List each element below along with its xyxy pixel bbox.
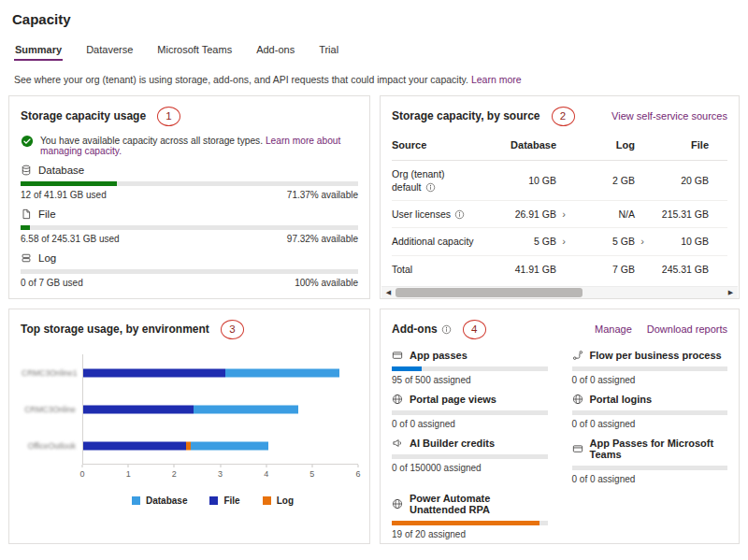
chart-x-axis: 0123456 [82, 465, 358, 481]
by-source-header: Storage capacity, by source 2 View self-… [392, 106, 727, 126]
x-tick-label: 4 [264, 469, 268, 479]
storage-meter: File6.58 of 245.31 GB used97.32% availab… [21, 208, 358, 244]
tab-microsoft-teams[interactable]: Microsoft Teams [156, 42, 233, 62]
checkmark-icon [21, 135, 34, 148]
storage-meters: Database12 of 41.91 GB used71.37% availa… [21, 165, 358, 288]
view-self-service-sources-link[interactable]: View self-service sources [611, 110, 727, 122]
database-cell: 26.91 GB› [474, 208, 571, 220]
source-table-row: Org (tenant) default10 GB2 GB20 GB [392, 161, 727, 201]
x-tick: 2 [172, 465, 177, 479]
download-reports-link[interactable]: Download reports [647, 323, 727, 335]
chevron-right-icon[interactable]: › [635, 237, 650, 247]
x-tick: 3 [218, 465, 223, 479]
log-cell: 2 GB [571, 175, 650, 186]
addon-label: Portal logins [572, 394, 728, 405]
addon-assigned-text: 0 of 0 assigned [572, 375, 728, 385]
addon-progress-fill [392, 366, 422, 371]
info-icon[interactable] [441, 324, 452, 335]
addon-progress-track [572, 466, 728, 470]
column-header-log: Log [571, 139, 650, 151]
scroll-right-arrow-icon[interactable]: ▶ [724, 287, 738, 298]
x-tick-mark [266, 465, 266, 467]
addon-name: Portal logins [590, 394, 653, 405]
annotation-callout-3: 3 [221, 320, 244, 339]
chevron-right-icon[interactable]: › [556, 209, 571, 220]
legend-swatch [132, 496, 140, 505]
x-tick-mark [311, 465, 312, 467]
database-icon [21, 165, 32, 176]
source-table: SourceDatabaseLogFileOrg (tenant) defaul… [392, 134, 727, 282]
log-value: 7 GB [612, 264, 635, 275]
log-cell: N/A [571, 208, 650, 220]
addon-item: Portal logins0 of 0 assigned [572, 394, 728, 429]
by-source-title: Storage capacity, by source [392, 109, 540, 122]
addon-label: App Passes for Microsoft Teams [572, 438, 728, 460]
source-cell: User licenses [392, 208, 474, 221]
meter-name: Log [38, 252, 56, 264]
addon-item: App Passes for Microsoft Teams0 of 0 ass… [572, 438, 728, 484]
tab-dataverse[interactable]: Dataverse [85, 42, 134, 62]
meter-name: File [38, 208, 56, 220]
annotation-callout-1: 1 [157, 107, 180, 126]
x-tick-label: 5 [309, 469, 314, 479]
legend-swatch [209, 496, 218, 505]
storage-usage-title: Storage capacity usage [21, 109, 146, 122]
meter-used-text: 12 of 41.91 GB used [21, 190, 107, 200]
scrollbar-track[interactable] [396, 287, 724, 298]
x-tick: 4 [264, 465, 268, 479]
meter-label: Log [21, 252, 358, 264]
chart-plot-area: CRMC3Online1CRMC3OnlineOfficeOutlook [82, 354, 358, 465]
chart-legend: DatabaseFileLog [67, 495, 358, 506]
database-cell: 5 GB› [474, 236, 571, 247]
scroll-left-arrow-icon[interactable]: ◀ [381, 287, 396, 298]
addon-item: Power Automate Unattended RPA19 of 20 as… [392, 493, 548, 539]
addons-links: ManageDownload reports [595, 323, 727, 335]
globe-icon [392, 498, 403, 510]
addon-progress-track [392, 366, 548, 371]
capacity-status-banner: You have available capacity across all s… [21, 136, 358, 156]
addon-item: AI Builder credits0 of 150000 assigned [392, 438, 548, 484]
chart-row: OfficeOutlook [83, 427, 358, 464]
manage-link[interactable]: Manage [595, 323, 632, 335]
megaphone-icon [392, 438, 403, 449]
page-title: Capacity [8, 9, 740, 42]
column-header-file: File [650, 139, 727, 151]
storage-capacity-usage-panel: Storage capacity usage 1 You have availa… [8, 95, 370, 299]
storage-by-source-panel: Storage capacity, by source 2 View self-… [380, 95, 740, 299]
meter-used-text: 0 of 7 GB used [21, 278, 83, 288]
tab-summary[interactable]: Summary [14, 42, 63, 62]
meter-progress-track [21, 225, 358, 230]
bar-segment-file [83, 405, 194, 413]
addon-item: App passes95 of 500 assigned [392, 350, 548, 385]
top-storage-usage-panel: Top storage usage, by environment 3 CRMC… [8, 309, 370, 544]
x-tick-mark [357, 465, 358, 467]
source-name: Additional capacity [392, 236, 474, 247]
scrollbar-thumb[interactable] [396, 288, 583, 297]
chart-header: Top storage usage, by environment 3 [21, 319, 358, 339]
addon-label: Power Automate Unattended RPA [392, 493, 548, 515]
addon-progress-track [572, 410, 728, 415]
horizontal-scrollbar[interactable]: ◀ ▶ [381, 286, 738, 298]
tab-trial[interactable]: Trial [318, 42, 339, 62]
addons-panel: Add-ons 4 ManageDownload reports App pas… [380, 309, 740, 544]
addon-label: AI Builder credits [392, 438, 548, 449]
meter-info-row: 6.58 of 245.31 GB used97.32% available [21, 234, 358, 244]
addon-assigned-text: 0 of 0 assigned [572, 419, 728, 429]
tab-add-ons[interactable]: Add-ons [255, 42, 295, 62]
learn-more-link[interactable]: Learn more [471, 74, 522, 85]
annotation-callout-2: 2 [552, 107, 575, 126]
addon-progress-fill [392, 521, 539, 525]
info-icon[interactable] [425, 182, 436, 193]
x-tick-label: 6 [355, 469, 360, 479]
source-cell: Total [392, 263, 474, 276]
file-icon [21, 208, 32, 220]
addon-name: AI Builder credits [410, 438, 495, 449]
x-tick: 6 [355, 465, 360, 479]
meter-name: Database [38, 165, 84, 176]
legend-item-log: Log [263, 495, 294, 506]
storage-usage-header: Storage capacity usage 1 [21, 106, 358, 126]
info-icon[interactable] [454, 209, 465, 220]
legend-swatch [263, 496, 271, 505]
x-tick-mark [81, 465, 82, 467]
chevron-right-icon[interactable]: › [556, 237, 571, 247]
